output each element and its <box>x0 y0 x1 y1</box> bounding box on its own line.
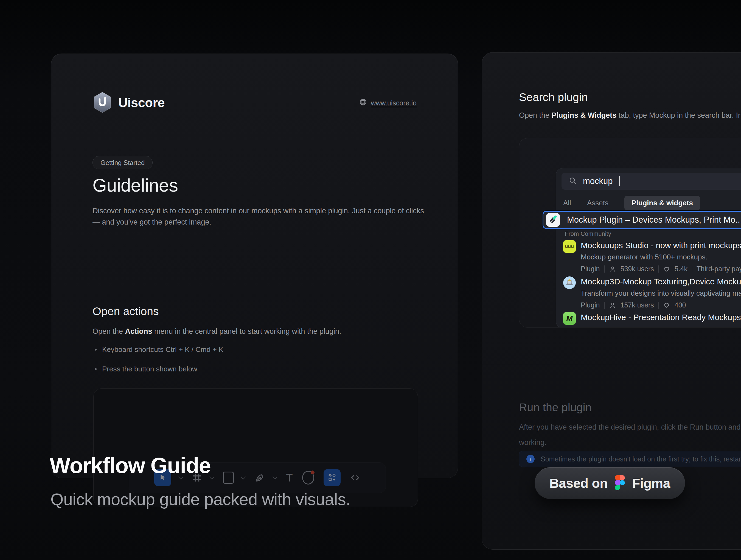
figma-logo-icon <box>615 475 625 491</box>
actions-button[interactable] <box>324 469 341 486</box>
plugin-meta: Plugin 157k users <box>581 301 741 309</box>
page-description: Discover how easy it is to change conten… <box>92 205 424 228</box>
section-divider <box>482 364 741 364</box>
plugin-meta: Plugin 539k users <box>581 265 741 273</box>
search-icon <box>569 177 577 186</box>
bullet-dot <box>95 368 96 370</box>
plugin-result-row[interactable]: Mockup3D-Mockup Texturing,Device Mocku..… <box>563 276 741 309</box>
run-section-title: Run the plugin <box>519 401 592 414</box>
heart-icon <box>663 265 670 272</box>
bullet-dot <box>95 349 96 351</box>
chevron-down-icon[interactable] <box>273 474 277 479</box>
info-icon: i <box>526 455 535 463</box>
list-item: Keyboard shortcuts Ctrl + K / Cmd + K <box>95 345 223 354</box>
list-item: Press the button shown below <box>95 365 223 373</box>
mockup3d-icon <box>563 276 576 289</box>
selected-plugin-result[interactable]: Mockup Plugin – Devices Mockups, Print M… <box>543 211 741 229</box>
pen-tool[interactable] <box>254 472 265 483</box>
section-title: Open actions <box>92 305 159 318</box>
website-url: www.uiscore.io <box>371 99 417 107</box>
toolbar-screenshot: T <box>93 388 418 507</box>
dev-mode-toggle[interactable] <box>350 473 360 483</box>
info-note: i Sometimes the plugin doesn't load on t… <box>519 451 741 467</box>
tab-assets[interactable]: Assets <box>587 199 608 207</box>
notification-dot <box>311 471 315 474</box>
brand-row: Uiscore <box>92 92 165 113</box>
mockuuups-studio-icon: uuu <box>563 240 576 253</box>
footer-subtitle: Quick mockup guide packed with visuals. <box>51 490 350 509</box>
website-link[interactable]: www.uiscore.io <box>359 98 417 108</box>
footer-title: Workflow Guide <box>50 453 210 478</box>
page: Uiscore www.uiscore.io Getting Started G… <box>0 0 741 560</box>
run-section-text: working. <box>519 438 547 447</box>
mockuphive-icon: M <box>563 312 576 325</box>
tab-all[interactable]: All <box>563 199 571 207</box>
group-label: From Community <box>565 230 611 238</box>
section-intro: Open the Actions menu in the central pan… <box>92 327 341 336</box>
plugin-result-row[interactable]: uuu Mockuuups Studio - now with print mo… <box>563 240 741 273</box>
globe-icon <box>359 98 367 108</box>
rectangle-tool[interactable] <box>223 472 234 484</box>
users-icon <box>609 265 616 272</box>
getting-started-badge: Getting Started <box>92 156 153 169</box>
search-input[interactable]: mockup <box>561 173 741 190</box>
search-tabs: All Assets Plugins & widgets <box>563 196 700 210</box>
chevron-down-icon[interactable] <box>241 474 246 479</box>
uiscore-logo-icon <box>92 92 112 113</box>
users-icon <box>609 302 616 309</box>
brand-name: Uiscore <box>118 95 165 110</box>
run-section-text: After you have selected the desired plug… <box>519 423 741 432</box>
search-section-intro: Open the Plugins & Widgets tab, type Moc… <box>519 111 741 120</box>
mockup-plugin-icon <box>546 213 560 227</box>
figma-search-popup: mockup All Assets Plugins & widgets From… <box>556 168 741 327</box>
bullet-list: Keyboard shortcuts Ctrl + K / Cmd + K Pr… <box>95 345 223 384</box>
ellipse-tool[interactable] <box>302 471 314 485</box>
plugin-result-row[interactable]: M MockupHive - Presentation Ready Mockup… <box>563 312 741 325</box>
search-screenshot: mockup All Assets Plugins & widgets From… <box>519 138 741 327</box>
search-section-title: Search plugin <box>519 91 588 104</box>
based-on-figma-badge: Based on Figma <box>535 467 685 499</box>
page-title: Guidelines <box>92 175 178 196</box>
heart-icon <box>663 302 670 309</box>
text-tool[interactable]: T <box>286 472 292 484</box>
text-cursor <box>619 176 620 186</box>
section-divider <box>51 268 458 268</box>
tab-plugins-widgets[interactable]: Plugins & widgets <box>624 196 700 210</box>
search-value: mockup <box>583 176 613 186</box>
